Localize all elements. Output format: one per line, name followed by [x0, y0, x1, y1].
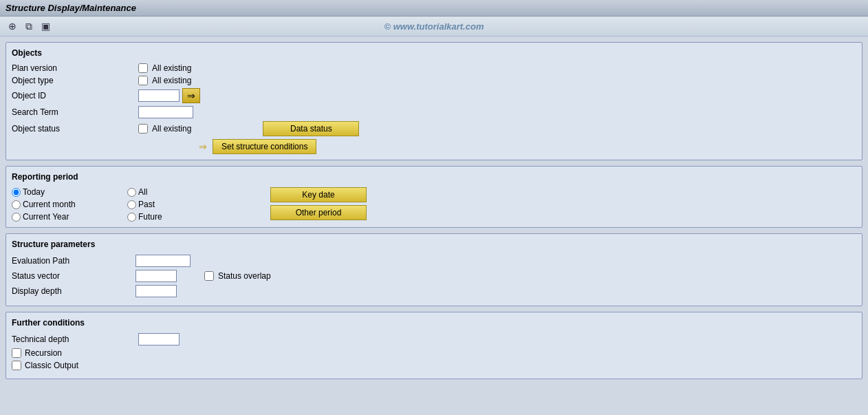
search-term-input[interactable] — [138, 106, 193, 118]
title-bar: Structure Display/Maintenance — [0, 0, 868, 17]
key-date-button[interactable]: Key date — [270, 187, 367, 202]
toolbar: ⊕ ⧉ ▣ © www.tutorialkart.com — [0, 17, 868, 36]
display-depth-label: Display depth — [12, 286, 135, 296]
object-id-input[interactable] — [138, 89, 180, 102]
technical-depth-input[interactable] — [138, 333, 180, 345]
status-overlap-checkbox[interactable] — [204, 271, 214, 281]
object-id-row: Object ID ⇒ — [12, 88, 856, 103]
display-depth-input[interactable] — [135, 285, 177, 297]
main-content: Objects Plan version All existing Object… — [0, 36, 868, 385]
object-id-label: Object ID — [12, 91, 135, 100]
further-conditions-section: Further conditions Technical depth Recur… — [6, 312, 862, 379]
watermark: © www.tutorialkart.com — [384, 21, 484, 32]
app-title: Structure Display/Maintenance — [6, 3, 136, 13]
recursion-checkbox[interactable] — [12, 348, 21, 358]
radio-today[interactable]: Today — [12, 187, 122, 197]
object-status-all-existing: All existing — [152, 124, 191, 134]
status-vector-input[interactable] — [135, 270, 177, 282]
data-status-button[interactable]: Data status — [263, 121, 359, 136]
radio-all[interactable]: All — [127, 187, 237, 197]
plan-version-all-existing: All existing — [152, 63, 191, 73]
structure-parameters-title: Structure parameters — [12, 240, 856, 249]
radio-past-label: Past — [138, 200, 155, 209]
radio-future[interactable]: Future — [127, 212, 237, 222]
set-structure-row: ⇒ Set structure conditions — [12, 139, 856, 154]
structure-parameters-section: Structure parameters Evaluation Path Sta… — [6, 233, 862, 306]
toolbar-icon-1[interactable]: ⊕ — [6, 19, 19, 33]
status-vector-label: Status vector — [12, 271, 135, 281]
status-overlap-label: Status overlap — [218, 271, 271, 281]
radio-future-label: Future — [138, 212, 162, 222]
evaluation-path-label: Evaluation Path — [12, 256, 135, 266]
radio-today-label: Today — [23, 187, 45, 197]
recursion-label: Recursion — [25, 348, 62, 358]
object-status-row: Object status All existing Data status — [12, 121, 856, 136]
toolbar-icons: ⊕ ⧉ ▣ — [6, 19, 52, 33]
radio-current-month-label: Current month — [23, 200, 76, 209]
technical-depth-row: Technical depth — [12, 333, 856, 345]
toolbar-icon-2[interactable]: ⧉ — [22, 19, 36, 33]
classic-output-row[interactable]: Classic Output — [12, 361, 856, 370]
search-term-row: Search Term — [12, 106, 856, 118]
object-type-label: Object type — [12, 76, 135, 85]
plan-version-checkbox[interactable] — [138, 63, 148, 73]
objects-title: Objects — [12, 48, 856, 58]
object-type-all-existing: All existing — [152, 76, 191, 85]
plan-version-row: Plan version All existing — [12, 63, 856, 73]
other-period-button[interactable]: Other period — [270, 205, 367, 220]
radio-current-month[interactable]: Current month — [12, 200, 122, 209]
radio-all-label: All — [138, 187, 147, 197]
technical-depth-label: Technical depth — [12, 334, 135, 344]
object-type-checkbox[interactable] — [138, 76, 148, 85]
object-type-row: Object type All existing — [12, 76, 856, 85]
further-conditions-title: Further conditions — [12, 318, 856, 328]
classic-output-checkbox[interactable] — [12, 361, 21, 370]
radio-current-year[interactable]: Current Year — [12, 212, 122, 222]
recursion-row[interactable]: Recursion — [12, 348, 856, 358]
radio-past[interactable]: Past — [127, 200, 237, 209]
reporting-period-title: Reporting period — [12, 172, 856, 182]
evaluation-path-row: Evaluation Path — [12, 255, 856, 267]
status-vector-row: Status vector Status overlap — [12, 270, 856, 282]
toolbar-icon-3[interactable]: ▣ — [39, 19, 52, 33]
set-structure-button[interactable]: Set structure conditions — [213, 139, 316, 154]
object-status-checkbox[interactable] — [138, 124, 148, 134]
classic-output-label: Classic Output — [25, 361, 78, 370]
search-term-label: Search Term — [12, 107, 135, 117]
reporting-period-section: Reporting period Today All Current month — [6, 166, 862, 228]
plan-version-label: Plan version — [12, 63, 135, 73]
object-status-label: Object status — [12, 124, 135, 134]
evaluation-path-input[interactable] — [135, 255, 191, 267]
display-depth-row: Display depth — [12, 285, 856, 297]
object-id-arrow-btn[interactable]: ⇒ — [182, 88, 200, 103]
radio-current-year-label: Current Year — [23, 212, 69, 222]
objects-section: Objects Plan version All existing Object… — [6, 42, 862, 160]
